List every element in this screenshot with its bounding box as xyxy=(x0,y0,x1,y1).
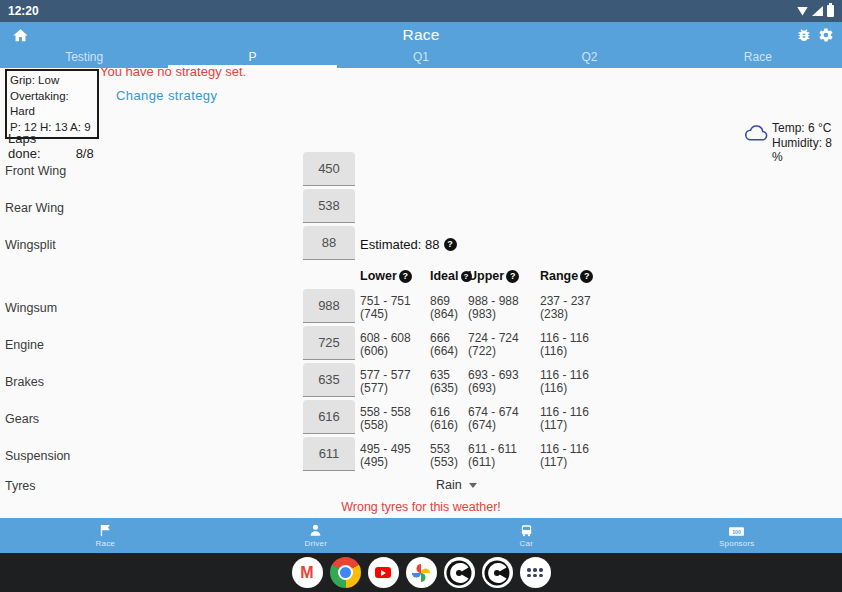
racing-game-app-icon[interactable] xyxy=(444,557,475,588)
status-icons xyxy=(797,5,834,17)
tab-q1[interactable]: Q1 xyxy=(337,48,505,68)
nav-label-sponsors: Sponsors xyxy=(719,539,754,548)
tab-testing[interactable]: Testing xyxy=(0,48,168,68)
laps-done-value: 8/8 xyxy=(76,146,94,161)
chrome-app-icon[interactable] xyxy=(330,557,361,588)
header-upper: Upper ? xyxy=(468,269,519,283)
overtaking-info: Overtaking: Hard xyxy=(10,89,94,120)
help-icon[interactable]: ? xyxy=(580,270,593,283)
nav-item-car[interactable]: Car xyxy=(421,518,632,553)
engine-label: Engine xyxy=(5,338,44,352)
person-icon xyxy=(308,523,323,538)
tyres-selected-value: Rain xyxy=(436,478,462,492)
suspension-ideal: 553(553) xyxy=(430,443,458,469)
app-drawer-icon[interactable] xyxy=(520,557,551,588)
gears-input[interactable] xyxy=(303,400,355,434)
banknote-icon: 100 xyxy=(728,523,745,538)
wingsplit-label: Wingsplit xyxy=(5,238,56,252)
front-wing-label: Front Wing xyxy=(5,164,66,178)
header-lower: Lower ? xyxy=(360,269,412,283)
wingsum-lower: 751 - 751(745) xyxy=(360,295,411,321)
engine-upper: 724 - 724(722) xyxy=(468,332,519,358)
change-strategy-button[interactable]: Change strategy xyxy=(116,88,217,103)
suspension-upper: 611 - 611(611) xyxy=(468,443,517,469)
photos-app-icon[interactable] xyxy=(406,557,437,588)
gmail-app-icon[interactable]: M xyxy=(292,557,323,588)
wingsum-input[interactable] xyxy=(303,289,355,323)
brakes-ideal: 635(635) xyxy=(430,369,458,395)
tab-indicator xyxy=(168,65,336,68)
wingsum-label: Wingsum xyxy=(5,301,57,315)
page-title: Race xyxy=(0,26,842,44)
engine-ideal: 666(664) xyxy=(430,332,458,358)
youtube-app-icon[interactable] xyxy=(368,557,399,588)
battery-icon xyxy=(827,5,834,17)
nav-item-sponsors[interactable]: 100 Sponsors xyxy=(632,518,842,553)
debug-bug-icon[interactable] xyxy=(796,27,812,43)
grip-info: Grip: Low xyxy=(10,73,94,89)
header-ideal: Ideal ? xyxy=(430,269,472,283)
brakes-range: 116 - 116(116) xyxy=(540,369,589,395)
suspension-input[interactable] xyxy=(303,437,355,471)
brakes-label: Brakes xyxy=(5,375,44,389)
gears-range: 116 - 116(117) xyxy=(540,406,589,432)
nav-label-car: Car xyxy=(520,539,534,548)
engine-lower: 608 - 608(606) xyxy=(360,332,411,358)
help-icon[interactable]: ? xyxy=(399,270,412,283)
brakes-upper: 693 - 693(693) xyxy=(468,369,519,395)
header-range: Range ? xyxy=(540,269,593,283)
gears-upper: 674 - 674(674) xyxy=(468,406,519,432)
wingsum-ideal: 869(864) xyxy=(430,295,458,321)
android-dock: M xyxy=(0,553,842,592)
header-range-label: Range xyxy=(540,269,578,283)
nav-item-driver[interactable]: Driver xyxy=(211,518,422,553)
rear-wing-input[interactable] xyxy=(303,189,355,223)
header-upper-label: Upper xyxy=(468,269,504,283)
tab-race[interactable]: Race xyxy=(674,48,842,68)
header-lower-label: Lower xyxy=(360,269,397,283)
racing-game-app-icon-2[interactable] xyxy=(482,557,513,588)
gears-label: Gears xyxy=(5,412,39,426)
gears-lower: 558 - 558(558) xyxy=(360,406,411,432)
suspension-label: Suspension xyxy=(5,449,70,463)
help-icon[interactable]: ? xyxy=(444,238,457,251)
front-wing-input[interactable] xyxy=(303,152,355,186)
wifi-icon xyxy=(797,7,808,16)
nav-label-race: Race xyxy=(96,539,115,548)
svg-text:100: 100 xyxy=(733,529,742,535)
app-bar: Race xyxy=(0,22,842,48)
car-icon xyxy=(519,523,534,538)
cellular-signal-icon xyxy=(812,6,823,16)
help-icon[interactable]: ? xyxy=(506,270,519,283)
rear-wing-label: Rear Wing xyxy=(5,201,64,215)
estimated-text: Estimated: 88 xyxy=(360,237,440,252)
tyres-dropdown[interactable]: Rain xyxy=(436,478,477,492)
nav-item-race[interactable]: Race xyxy=(0,518,211,553)
clock: 12:20 xyxy=(8,4,39,18)
wingsplit-input[interactable] xyxy=(303,226,355,260)
header-ideal-label: Ideal xyxy=(430,269,459,283)
tab-q2[interactable]: Q2 xyxy=(505,48,673,68)
engine-input[interactable] xyxy=(303,326,355,360)
laps-done-label: Laps done: xyxy=(8,131,72,161)
bottom-nav: Race Driver Car 100 Sponsors xyxy=(0,518,842,553)
laps-done-row: Laps done: 8/8 xyxy=(8,131,94,161)
app-screen: 12:20 Race Testing P Q1 Q2 Race You have… xyxy=(0,0,842,592)
engine-range: 116 - 116(116) xyxy=(540,332,589,358)
wingsum-range: 237 - 237(238) xyxy=(540,295,591,321)
brakes-input[interactable] xyxy=(303,363,355,397)
suspension-range: 116 - 116(117) xyxy=(540,443,589,469)
wingsum-upper: 988 - 988(983) xyxy=(468,295,519,321)
nav-label-driver: Driver xyxy=(304,539,327,548)
cloud-icon xyxy=(744,123,769,146)
temperature-value: Temp: 6 °C xyxy=(772,121,842,136)
gears-ideal: 616(616) xyxy=(430,406,458,432)
settings-gear-icon[interactable] xyxy=(818,27,834,43)
flag-icon xyxy=(98,523,113,538)
android-status-bar: 12:20 xyxy=(0,0,842,22)
tyres-warning: Wrong tyres for this weather! xyxy=(0,500,842,514)
suspension-lower: 495 - 495(495) xyxy=(360,443,411,469)
brakes-lower: 577 - 577(577) xyxy=(360,369,411,395)
tyres-label: Tyres xyxy=(5,479,36,493)
chevron-down-icon xyxy=(469,483,477,488)
